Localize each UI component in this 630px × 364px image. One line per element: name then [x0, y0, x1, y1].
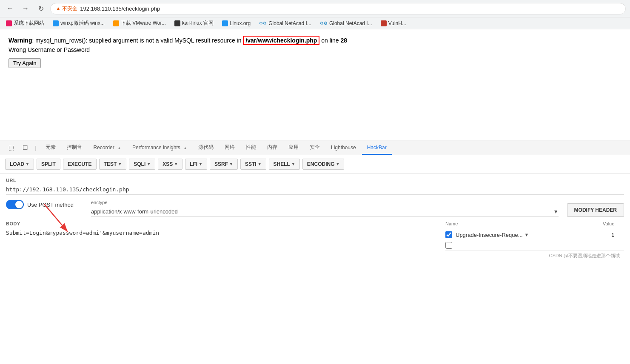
test-button[interactable]: TEST ▼: [99, 159, 127, 170]
tab-hackbar[interactable]: HackBar: [362, 141, 392, 155]
header-row-1: Upgrade-Insecure-Reque... ▼ 1: [445, 230, 624, 240]
header-checkbox-1[interactable]: [445, 231, 452, 238]
reload-button[interactable]: ↻: [35, 3, 47, 14]
bookmark-label: 系统下载网站: [14, 20, 44, 27]
recorder-badge: ▲: [117, 146, 121, 150]
bookmark-item[interactable]: kail-linux 官网: [173, 19, 215, 28]
post-row: Use POST method enctype application/x-ww…: [6, 200, 624, 217]
page-content: Warning: mysql_num_rows(): supplied argu…: [0, 29, 630, 140]
toggle-thumb: [15, 201, 23, 208]
devtools-panel: ⬚ ☐ | 元素 控制台 Recorder ▲ Performance insi…: [0, 140, 630, 265]
ssrf-dropdown-arrow: ▼: [229, 162, 233, 166]
post-method-label: Use POST method: [27, 202, 74, 208]
body-input[interactable]: [6, 228, 437, 238]
enctype-dropdown-arrow: ▼: [553, 209, 559, 215]
header-value-1: 1: [611, 232, 624, 238]
bookmark-icon: ⚙⚙: [259, 21, 267, 26]
sqli-dropdown-arrow: ▼: [147, 162, 151, 166]
warning-text-part2: on line: [319, 37, 340, 44]
browser-chrome: ← → ↻ ▲ 不安全 192.168.110.135/checklogin.p…: [0, 0, 630, 29]
ssrf-button[interactable]: SSRF ▼: [210, 159, 238, 170]
tab-network[interactable]: 网络: [220, 140, 240, 155]
bookmark-icon: [174, 20, 180, 26]
tab-lighthouse[interactable]: Lighthouse: [326, 141, 361, 155]
ssti-dropdown-arrow: ▼: [258, 162, 262, 166]
back-button[interactable]: ←: [4, 3, 16, 14]
load-button[interactable]: LOAD ▼: [5, 159, 34, 170]
device-icon[interactable]: ☐: [19, 142, 31, 154]
forward-button[interactable]: →: [20, 3, 31, 14]
security-warning-icon: ▲ 不安全: [56, 5, 77, 12]
perf-insights-badge: ▲: [183, 146, 187, 150]
url-display: 192.168.110.135/checklogin.php: [80, 6, 160, 12]
tab-divider: |: [33, 145, 38, 151]
xss-button[interactable]: XSS ▼: [158, 159, 182, 170]
devtools-tab-bar: ⬚ ☐ | 元素 控制台 Recorder ▲ Performance insi…: [0, 140, 630, 155]
post-method-toggle[interactable]: [6, 200, 24, 209]
tab-security[interactable]: 安全: [305, 140, 325, 155]
warning-path: /var/www/checklogin.php: [243, 36, 319, 45]
body-label: Body: [6, 221, 437, 226]
tab-sources[interactable]: 源代码: [193, 140, 219, 155]
bookmark-icon: [6, 20, 12, 26]
header-checkbox-2[interactable]: [445, 242, 452, 249]
bookmark-item[interactable]: 系统下载网站: [4, 19, 46, 28]
tab-elements[interactable]: 元素: [40, 140, 61, 155]
headers-section: Name Value Upgrade-Insecure-Reque... ▼ 1: [445, 221, 624, 251]
try-again-button[interactable]: Try Again: [9, 58, 41, 68]
bookmark-label: kail-linux 官网: [182, 20, 214, 27]
warning-label: Warning: [9, 37, 32, 44]
execute-button[interactable]: EXECUTE: [63, 159, 97, 170]
enctype-label: enctype: [91, 200, 559, 205]
warning-message: Warning: mysql_num_rows(): supplied argu…: [9, 36, 621, 45]
url-input[interactable]: [6, 185, 624, 195]
tab-performance[interactable]: 性能: [241, 140, 261, 155]
enctype-select[interactable]: application/x-www-form-urlencoded ▼: [91, 207, 559, 217]
header-dropdown-arrow-1: ▼: [525, 232, 529, 237]
tab-console[interactable]: 控制台: [62, 140, 87, 155]
bookmark-item[interactable]: Linux.org: [220, 20, 252, 27]
post-toggle-section: Use POST method: [6, 200, 83, 209]
sqli-button[interactable]: SQLI ▼: [129, 159, 155, 170]
address-bar[interactable]: ▲ 不安全 192.168.110.135/checklogin.php: [50, 3, 626, 14]
bookmark-item[interactable]: ⚙⚙ Global NetAcad I...: [318, 20, 374, 27]
bookmark-item[interactable]: ⚙⚙ Global NetAcad I...: [257, 20, 313, 27]
enctype-value: application/x-www-form-urlencoded: [91, 208, 552, 215]
bookmark-icon: [113, 20, 119, 26]
bookmark-icon: [381, 20, 387, 26]
bookmark-item[interactable]: winxp激活码 winx...: [51, 19, 106, 28]
tab-recorder[interactable]: Recorder ▲: [88, 141, 126, 155]
bookmark-item[interactable]: VulnH...: [379, 20, 408, 27]
inspect-icon[interactable]: ⬚: [5, 142, 17, 154]
name-col-label: Name: [445, 221, 599, 226]
csdn-watermark: CSDN @不要温顺地走进那个领域: [6, 251, 624, 261]
nav-bar: ← → ↻ ▲ 不安全 192.168.110.135/checklogin.p…: [0, 0, 630, 17]
bookmark-icon: ⚙⚙: [320, 21, 328, 26]
lfi-button[interactable]: LFI ▼: [185, 159, 207, 170]
tab-performance-insights[interactable]: Performance insights ▲: [127, 141, 192, 155]
lfi-dropdown-arrow: ▼: [199, 162, 202, 166]
shell-button[interactable]: SHELL ▼: [269, 159, 300, 170]
enctype-section: enctype application/x-www-form-urlencode…: [91, 200, 559, 217]
warning-text-part1: : mysql_num_rows(): supplied argument is…: [32, 37, 243, 44]
test-dropdown-arrow: ▼: [118, 162, 122, 166]
modify-header-button[interactable]: MODIFY HEADER: [567, 203, 624, 217]
header-row-2: [445, 240, 624, 251]
header-name-1: Upgrade-Insecure-Reque... ▼: [456, 232, 608, 238]
encoding-dropdown-arrow: ▼: [336, 162, 339, 166]
split-button[interactable]: SPLIT: [37, 159, 60, 170]
shell-dropdown-arrow: ▼: [291, 162, 295, 166]
tab-memory[interactable]: 内存: [262, 140, 282, 155]
headers-column-labels: Name Value: [445, 221, 624, 228]
ssti-button[interactable]: SSTI ▼: [240, 159, 266, 170]
bookmark-label: Global NetAcad I...: [329, 20, 372, 26]
warning-line: 28: [340, 37, 347, 44]
bookmark-icon: [53, 20, 59, 26]
wrong-credentials-text: Wrong Username or Password: [9, 45, 621, 54]
bookmark-label: Linux.org: [230, 20, 251, 26]
bookmark-label: winxp激活码 winx...: [60, 20, 105, 27]
bookmark-item[interactable]: 下载 VMware Wor...: [111, 19, 168, 28]
tab-application[interactable]: 应用: [283, 140, 304, 155]
encoding-button[interactable]: ENCODING ▼: [302, 159, 345, 170]
bookmark-label: 下载 VMware Wor...: [121, 20, 166, 27]
